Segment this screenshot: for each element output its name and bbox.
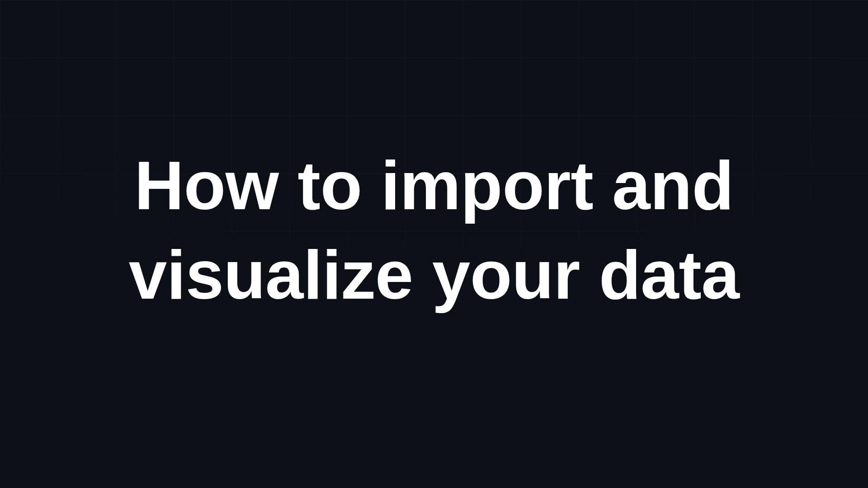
slide-container: How to import and visualize your data xyxy=(0,0,868,488)
slide-title: How to import and visualize your data xyxy=(72,141,796,319)
